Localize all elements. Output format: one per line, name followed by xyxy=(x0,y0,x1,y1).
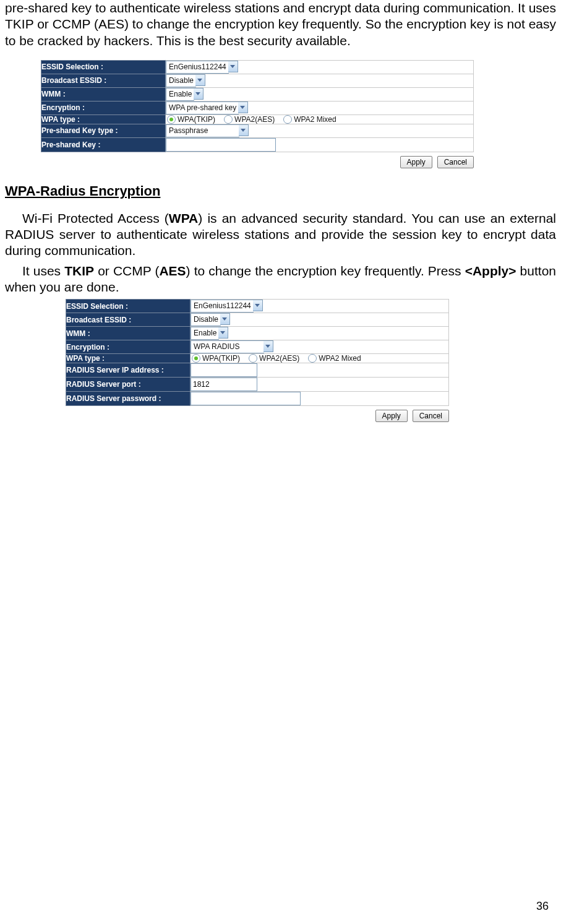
psk-type-select[interactable]: Passphrase xyxy=(166,124,249,137)
radio-icon xyxy=(192,354,200,363)
wpa-radius-config-panel: ESSID Selection : EnGenius112244 Broadca… xyxy=(66,299,449,422)
essid-select[interactable]: EnGenius112244 xyxy=(166,61,238,74)
radio-icon xyxy=(224,115,233,124)
text-run: Wi-Fi Protected Access ( xyxy=(22,211,169,225)
radio-label: WPA2(AES) xyxy=(259,354,299,363)
encryption-label: Encryption : xyxy=(66,340,191,354)
wmm-select[interactable]: Enable xyxy=(191,327,228,340)
wpa-type-label: WPA type : xyxy=(41,114,166,124)
psk-label: Pre-shared Key : xyxy=(41,137,166,152)
essid-label: ESSID Selection : xyxy=(41,60,166,74)
wpa-type-radio-aes[interactable]: WPA2(AES) xyxy=(249,354,299,363)
radio-label: WPA2(AES) xyxy=(234,115,275,124)
wpa-radius-heading: WPA-Radius Encryption xyxy=(5,183,556,199)
radio-icon xyxy=(283,115,292,124)
radius-password-input[interactable] xyxy=(191,392,301,405)
wpa-type-radio-aes[interactable]: WPA2(AES) xyxy=(224,115,275,124)
text-run: or CCMP ( xyxy=(94,264,159,278)
radius-paragraph-1: Wi-Fi Protected Access (WPA) is an advan… xyxy=(5,210,556,259)
dropdown-arrow-icon xyxy=(239,124,249,136)
encryption-value: WPA pre-shared key xyxy=(166,101,239,114)
radius-password-label: RADIUS Server password : xyxy=(66,392,191,406)
essid-select-value: EnGenius112244 xyxy=(166,61,229,74)
psk-type-value: Passphrase xyxy=(166,124,239,137)
broadcast-essid-select[interactable]: Disable xyxy=(166,74,205,87)
dropdown-arrow-icon xyxy=(253,300,263,311)
wmm-value: Enable xyxy=(191,327,219,340)
wpa-type-radio-mixed[interactable]: WPA2 Mixed xyxy=(283,115,336,124)
psk-input[interactable] xyxy=(166,138,276,152)
radio-icon xyxy=(167,115,176,124)
broadcast-essid-select[interactable]: Disable xyxy=(191,313,230,326)
apply-button[interactable]: Apply xyxy=(375,410,408,422)
wpa-type-radio-tkip[interactable]: WPA(TKIP) xyxy=(167,115,215,124)
dropdown-arrow-icon xyxy=(228,61,238,72)
encryption-select[interactable]: WPA RADIUS xyxy=(191,340,273,353)
dropdown-arrow-icon xyxy=(238,101,248,113)
radio-icon xyxy=(249,354,257,363)
radius-port-input[interactable] xyxy=(191,378,257,391)
wmm-label: WMM : xyxy=(66,327,191,340)
dropdown-arrow-icon xyxy=(220,313,230,325)
essid-select-value: EnGenius112244 xyxy=(191,300,254,313)
wpa-type-label: WPA type : xyxy=(66,354,191,363)
broadcast-essid-label: Broadcast ESSID : xyxy=(66,313,191,327)
radio-label: WPA(TKIP) xyxy=(178,115,215,124)
wpa-psk-config-panel: ESSID Selection : EnGenius112244 Broadca… xyxy=(41,60,474,168)
broadcast-essid-value: Disable xyxy=(191,313,221,326)
dropdown-arrow-icon xyxy=(194,88,203,100)
text-run-bold: WPA xyxy=(169,211,198,225)
psk-type-label: Pre-shared Key type : xyxy=(41,124,166,137)
text-run-bold: AES xyxy=(159,264,186,278)
text-run: ) to change the encryption key frequentl… xyxy=(186,264,465,278)
radius-ip-input[interactable] xyxy=(191,363,257,377)
encryption-select[interactable]: WPA pre-shared key xyxy=(166,101,248,114)
dropdown-arrow-icon xyxy=(195,74,205,86)
text-run: It uses xyxy=(22,264,64,278)
wmm-label: WMM : xyxy=(41,87,166,101)
radius-paragraph-2: It uses TKIP or CCMP (AES) to change the… xyxy=(5,263,556,296)
essid-select[interactable]: EnGenius112244 xyxy=(191,300,263,313)
page-number: 36 xyxy=(536,900,549,913)
text-run-bold: <Apply> xyxy=(465,264,516,278)
dropdown-arrow-icon xyxy=(218,327,228,339)
radio-icon xyxy=(308,354,317,363)
radius-ip-label: RADIUS Server IP address : xyxy=(66,363,191,378)
encryption-value: WPA RADIUS xyxy=(191,340,264,353)
intro-paragraph: pre-shared key to authenticate wireless … xyxy=(5,0,556,49)
radio-label: WPA2 Mixed xyxy=(319,354,361,363)
radio-label: WPA(TKIP) xyxy=(202,354,240,363)
text-run-bold: TKIP xyxy=(64,264,94,278)
cancel-button[interactable]: Cancel xyxy=(437,156,474,168)
radius-port-label: RADIUS Server port : xyxy=(66,378,191,392)
broadcast-essid-value: Disable xyxy=(166,74,196,87)
wmm-select[interactable]: Enable xyxy=(166,88,203,101)
radio-label: WPA2 Mixed xyxy=(294,115,336,124)
broadcast-essid-label: Broadcast ESSID : xyxy=(41,74,166,87)
wpa-type-radio-mixed[interactable]: WPA2 Mixed xyxy=(308,354,361,363)
dropdown-arrow-icon xyxy=(263,340,273,352)
essid-label: ESSID Selection : xyxy=(66,300,191,313)
cancel-button[interactable]: Cancel xyxy=(413,410,449,422)
apply-button[interactable]: Apply xyxy=(400,156,432,168)
encryption-label: Encryption : xyxy=(41,101,166,114)
wpa-type-radio-tkip[interactable]: WPA(TKIP) xyxy=(192,354,240,363)
wmm-value: Enable xyxy=(166,88,194,101)
